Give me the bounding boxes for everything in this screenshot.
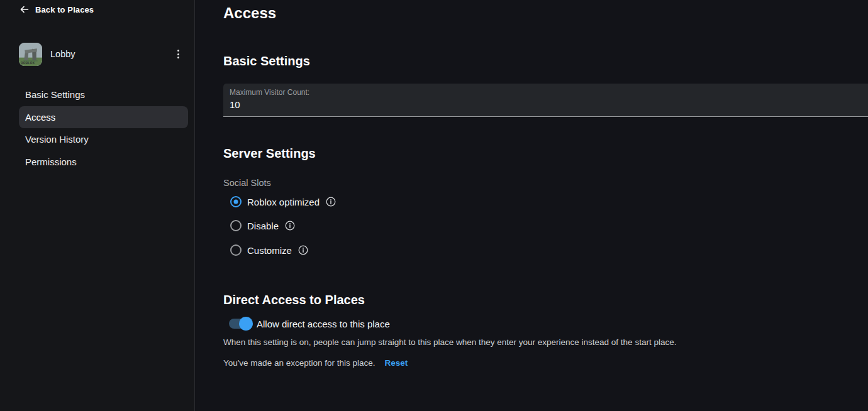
exception-row: You've made an exception for this place.… <box>223 356 408 369</box>
sidebar-item-access[interactable]: Access <box>19 106 188 128</box>
max-visitor-count-label: Maximum Visitor Count: <box>230 88 309 97</box>
social-slots-label: Social Slots <box>223 177 271 189</box>
main-content: Access Basic Settings Maximum Visitor Co… <box>196 0 868 411</box>
direct-access-description: When this setting is on, people can jump… <box>223 336 676 349</box>
basic-settings-heading: Basic Settings <box>223 53 310 69</box>
direct-access-heading: Direct Access to Places <box>223 292 365 308</box>
exception-text: You've made an exception for this place. <box>223 358 375 368</box>
sidebar-item-basic-settings[interactable]: Basic Settings <box>19 84 188 106</box>
direct-access-toggle-row: Allow direct access to this place <box>229 317 390 331</box>
back-to-places-label: Back to Places <box>35 5 94 14</box>
info-icon[interactable] <box>298 245 308 255</box>
info-icon[interactable] <box>285 221 295 231</box>
option-row-customize: Customize <box>230 243 308 257</box>
kebab-menu-icon[interactable] <box>170 47 186 62</box>
server-settings-heading: Server Settings <box>223 145 316 162</box>
svg-text:ROBLOX: ROBLOX <box>21 62 35 65</box>
max-visitor-count-value[interactable]: 10 <box>230 99 240 110</box>
option-row-roblox-optimized: Roblox optimized <box>230 195 336 209</box>
sidebar-item-permissions[interactable]: Permissions <box>19 151 188 173</box>
settings-nav: Basic Settings Access Version History Pe… <box>19 84 188 173</box>
back-arrow-icon <box>19 4 30 14</box>
toggle-knob <box>239 317 253 331</box>
radio-roblox-optimized[interactable] <box>230 196 242 207</box>
direct-access-toggle-label: Allow direct access to this place <box>257 319 390 329</box>
max-visitor-count-field[interactable]: Maximum Visitor Count: 10 <box>223 84 868 117</box>
place-name: Lobby <box>50 49 75 59</box>
radio-customize[interactable] <box>230 244 242 256</box>
place-settings-window: Back to Places ROBLOX Lobby Basic Settin… <box>0 0 868 411</box>
place-header: ROBLOX Lobby <box>19 41 186 67</box>
sidebar: Back to Places ROBLOX Lobby Basic Settin… <box>0 0 195 411</box>
info-icon[interactable] <box>326 197 336 207</box>
back-to-places-button[interactable]: Back to Places <box>19 3 94 16</box>
radio-label[interactable]: Disable <box>247 221 279 231</box>
direct-access-toggle[interactable] <box>229 317 252 331</box>
radio-disable[interactable] <box>230 220 242 231</box>
radio-label[interactable]: Customize <box>247 245 292 256</box>
reset-link[interactable]: Reset <box>384 358 408 368</box>
radio-label[interactable]: Roblox optimized <box>247 197 320 207</box>
sidebar-item-version-history[interactable]: Version History <box>19 128 188 150</box>
page-title: Access <box>223 4 276 23</box>
place-thumbnail: ROBLOX <box>19 43 42 66</box>
option-row-disable: Disable <box>230 219 295 233</box>
